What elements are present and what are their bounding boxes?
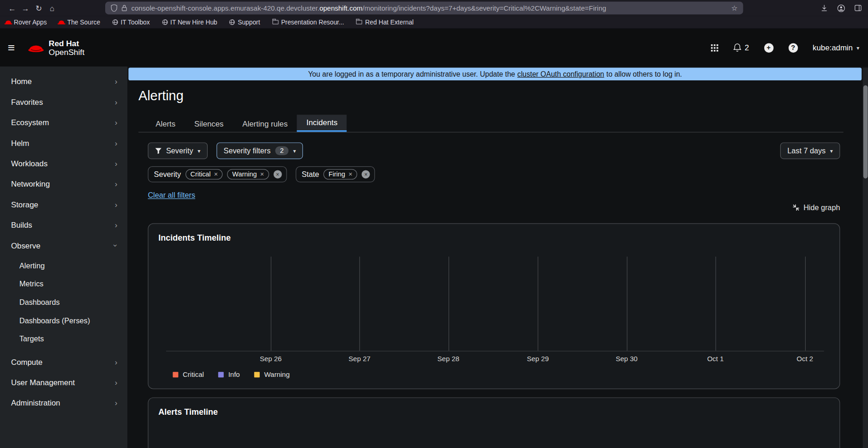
tab-incidents[interactable]: Incidents [297,115,347,132]
notifications-button[interactable]: 2 [733,43,749,52]
alerting-tabs: Alerts Silences Alerting rules Incidents [138,115,844,132]
forward-icon[interactable]: → [19,4,32,12]
scrollbar-thumb[interactable] [863,85,868,179]
chevron-down-icon: ▾ [830,148,833,154]
bookmark-item[interactable]: Rover Apps [6,19,47,25]
sidebar-nav: Home› Favorites› Ecosystem› Helm› Worklo… [0,67,127,448]
critical-swatch [173,372,178,377]
bookmark-item[interactable]: Red Hat External [356,19,413,25]
bell-icon [733,43,742,52]
back-icon[interactable]: ← [6,4,19,12]
x-tick-label: Sep 28 [437,355,460,363]
bookmark-item[interactable]: Presentation Resour... [272,19,344,25]
sidebar-item-dashboards[interactable]: Dashboards [0,293,127,312]
chevron-down-icon: › [112,244,120,247]
close-icon[interactable]: × [260,170,264,178]
shield-icon[interactable] [111,5,117,12]
tab-alerts[interactable]: Alerts [146,115,185,132]
alerts-timeline-title: Alerts Timeline [158,407,829,416]
x-tick-label: Sep 27 [348,355,371,363]
gridline: Sep 30 [627,257,627,351]
sidebar-item-builds[interactable]: Builds› [0,214,127,235]
chip-warning[interactable]: Warning× [227,169,269,180]
sidebar-item-user-management[interactable]: User Management› [0,372,127,392]
tab-alerting-rules[interactable]: Alerting rules [233,115,297,132]
masthead: ≡ Red HatOpenShift 2 + ? kube:admin ▾ [0,29,868,67]
chevron-right-icon: › [115,220,118,229]
temp-admin-banner: You are logged in as a temporary adminis… [128,67,862,80]
lock-icon[interactable] [121,5,127,12]
panel-icon[interactable] [855,5,862,12]
filter-count-badge: 2 [275,146,289,155]
profile-icon[interactable] [837,4,845,12]
gridline: Oct 1 [715,257,716,351]
chevron-right-icon: › [115,200,118,209]
chip-firing[interactable]: Firing× [323,169,357,180]
redhat-icon [59,20,65,24]
oauth-config-link[interactable]: cluster OAuth configuration [517,70,604,78]
sidebar-item-workloads[interactable]: Workloads› [0,153,127,173]
brand-logo: Red HatOpenShift [28,39,84,56]
x-tick-label: Oct 1 [707,355,724,363]
sidebar-item-favorites[interactable]: Favorites› [0,91,127,112]
severity-dropdown[interactable]: Severity ▾ [148,142,207,159]
home-icon[interactable]: ⌂ [45,4,59,12]
sidebar-item-administration[interactable]: Administration› [0,393,127,413]
clear-all-filters-link[interactable]: Clear all filters [148,191,195,200]
redhat-fedora-icon [28,42,44,54]
hide-graph-button[interactable]: Hide graph [792,203,840,212]
tab-silences[interactable]: Silences [185,115,233,132]
bookmark-item[interactable]: Support [229,19,260,25]
user-menu[interactable]: kube:admin ▾ [813,43,859,52]
url-text: console-openshift-console.apps.emurasak-… [131,4,606,12]
app-launcher-icon[interactable] [711,44,718,51]
add-circle-icon[interactable]: + [764,43,773,52]
bookmark-item[interactable]: IT Toolbox [112,19,150,25]
severity-chip-group: Severity Critical× Warning× × [148,166,287,182]
browser-toolbar: ← → ↻ ⌂ console-openshift-console.apps.e… [0,0,868,16]
clear-state-group-icon[interactable]: × [362,170,370,178]
sidebar-item-home[interactable]: Home› [0,71,127,91]
sidebar-item-storage[interactable]: Storage› [0,194,127,214]
chevron-right-icon: › [115,179,118,188]
page-title: Alerting [138,88,844,104]
sidebar-item-ecosystem[interactable]: Ecosystem› [0,112,127,132]
gridline: Sep 29 [538,257,538,351]
close-icon[interactable]: × [214,170,218,178]
sidebar-item-dashboards-perses[interactable]: Dashboards (Perses) [0,311,127,330]
sidebar-item-metrics[interactable]: Metrics [0,275,127,293]
folder-icon [356,20,362,24]
clear-severity-group-icon[interactable]: × [273,170,281,178]
chevron-right-icon: › [115,118,118,127]
sidebar-item-targets[interactable]: Targets [0,330,127,348]
chevron-right-icon: › [115,159,118,168]
sidebar-item-helm[interactable]: Helm› [0,133,127,153]
chip-critical[interactable]: Critical× [186,169,223,180]
url-bar[interactable]: console-openshift-console.apps.emurasak-… [105,2,743,15]
globe-icon [229,19,235,25]
incidents-timeline-card: Incidents Timeline Sep 26 Sep 27 Sep 28 … [148,224,840,389]
bookmark-star-icon[interactable]: ☆ [731,4,737,12]
alerts-timeline-card: Alerts Timeline [148,397,840,448]
sidebar-item-networking[interactable]: Networking› [0,174,127,194]
bookmark-item[interactable]: The Source [59,19,100,25]
close-icon[interactable]: × [348,170,352,178]
page-scrollbar[interactable] [863,67,868,448]
help-icon[interactable]: ? [788,43,797,52]
severity-filters-dropdown[interactable]: Severity filters 2 ▾ [216,142,303,159]
reload-icon[interactable]: ↻ [32,4,46,12]
chevron-down-icon: ▾ [198,148,200,154]
bookmark-item[interactable]: IT New Hire Hub [162,19,217,25]
sidebar-item-compute[interactable]: Compute› [0,351,127,372]
main-content: You are logged in as a temporary adminis… [127,67,868,448]
filter-toolbar: Severity ▾ Severity filters 2 ▾ Last 7 d… [148,142,840,159]
gridline: Sep 26 [271,257,271,351]
chevron-right-icon: › [115,378,118,387]
nav-toggle-icon[interactable]: ≡ [8,41,24,55]
sidebar-item-alerting[interactable]: Alerting [0,257,127,275]
downloads-icon[interactable] [820,5,828,12]
time-range-dropdown[interactable]: Last 7 days ▾ [780,142,840,159]
browser-right-icons [820,4,862,12]
sidebar-item-observe[interactable]: Observe› [0,235,127,255]
chevron-right-icon: › [115,398,118,407]
